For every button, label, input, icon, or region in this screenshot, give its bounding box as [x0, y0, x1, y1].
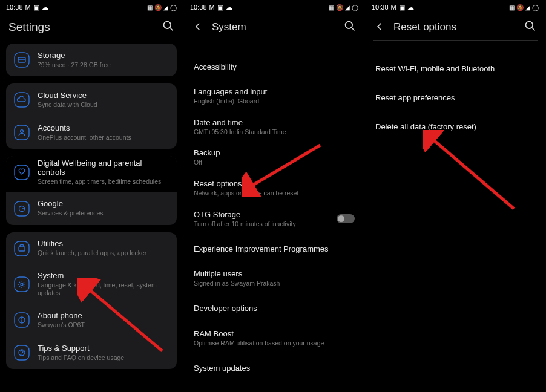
annotation-arrow: [423, 130, 520, 215]
svg-rect-13: [15, 277, 29, 292]
item-title: OTG Storage: [194, 210, 329, 219]
system-item-experience[interactable]: Experience Improvement Programmes: [184, 234, 364, 263]
item-sub: Quick launch, parallel apps, app locker: [38, 249, 169, 258]
system-item-otg-storage[interactable]: OTG StorageTurn off after 10 minutes of …: [184, 204, 364, 235]
system-item-ram-boost[interactable]: RAM BoostOptimise RAM utilisation based …: [184, 323, 364, 354]
system-item-languages[interactable]: Languages and inputEnglish (India), Gboa…: [184, 81, 364, 112]
item-sub: Network, apps or device can be reset: [194, 189, 355, 198]
item-title: Utilities: [38, 239, 169, 248]
system-item-system-updates[interactable]: System updates: [184, 353, 364, 382]
svg-rect-12: [19, 247, 25, 251]
otg-toggle[interactable]: [337, 214, 355, 223]
status-m-icon: M: [25, 4, 31, 11]
item-sub: Signed in as Swayam Prakash: [194, 279, 355, 288]
back-icon[interactable]: [192, 21, 203, 34]
sidebar-item-system[interactable]: SystemLanguage & keyboard, time, reset, …: [6, 265, 177, 304]
status-nfc-icon: ▦: [329, 4, 334, 11]
status-time: 10:38: [6, 4, 23, 11]
sidebar-item-wellbeing[interactable]: Digital Wellbeing and parental controlsS…: [6, 156, 177, 192]
reset-item-wifi-mobile-bt[interactable]: Reset Wi-Fi, mobile and Bluetooth: [366, 54, 545, 83]
search-icon[interactable]: [162, 20, 174, 35]
header: System: [184, 15, 364, 40]
svg-rect-2: [15, 53, 29, 67]
system-item-date-time[interactable]: Date and timeGMT+05:30 India Standard Ti…: [184, 112, 364, 143]
status-time: 10:38: [372, 4, 389, 11]
item-sub: Off: [194, 158, 355, 167]
item-title: System updates: [194, 364, 355, 373]
system-item-accessibility[interactable]: Accessibility: [184, 52, 364, 81]
item-sub: English (India), Gboard: [194, 97, 355, 106]
google-icon: [13, 200, 30, 217]
item-title: About phone: [38, 311, 169, 320]
sidebar-item-cloud-service[interactable]: Cloud ServiceSync data with Cloud: [6, 83, 177, 116]
sidebar-item-utilities[interactable]: UtilitiesQuick launch, parallel apps, ap…: [6, 232, 177, 265]
status-bar: 10:38 M ▣ ☁ ▦ 🔕 ◢ ◯: [0, 0, 183, 15]
svg-point-24: [526, 21, 533, 28]
status-m-icon: M: [209, 4, 215, 11]
sidebar-item-tips-support[interactable]: Tips & SupportTips and FAQ on device usa…: [6, 336, 177, 369]
storage-icon: [13, 51, 30, 68]
status-signal-icon: ◢: [163, 4, 168, 11]
item-title: Digital Wellbeing and parental controls: [38, 158, 169, 177]
sidebar-item-storage[interactable]: Storage79% used · 27.28 GB free: [6, 44, 177, 76]
svg-rect-3: [18, 57, 25, 62]
item-title: Multiple users: [194, 269, 355, 278]
item-title: Storage: [38, 51, 169, 60]
item-title: System: [38, 271, 169, 280]
system-icon: [13, 276, 30, 293]
svg-rect-11: [15, 241, 29, 256]
item-sub: Swayam's OP6T: [38, 321, 169, 330]
status-mute-icon: 🔕: [516, 4, 524, 11]
item-title: Languages and input: [194, 87, 355, 96]
settings-group: Cloud ServiceSync data with Cloud Accoun…: [6, 83, 177, 149]
item-sub: Sync data with Cloud: [38, 101, 169, 109]
item-title: Accounts: [38, 123, 169, 132]
svg-line-25: [532, 27, 535, 30]
status-signal-icon: ◢: [525, 4, 530, 11]
item-title: Cloud Service: [38, 91, 169, 100]
svg-point-0: [164, 21, 171, 28]
page-title: Settings: [8, 21, 162, 34]
svg-rect-8: [15, 165, 29, 180]
system-item-developer-options[interactable]: Developer options: [184, 294, 364, 323]
status-mute-icon: 🔕: [336, 4, 343, 11]
cloud-icon: [13, 91, 30, 108]
utilities-icon: [13, 240, 30, 257]
reset-item-factory-reset[interactable]: Delete all data (factory reset): [366, 112, 545, 141]
item-sub: Turn off after 10 minutes of inactivity: [194, 220, 329, 229]
sidebar-item-google[interactable]: GoogleServices & preferences: [6, 192, 177, 225]
system-item-reset-options[interactable]: Reset optionsNetwork, apps or device can…: [184, 173, 364, 204]
about-phone-icon: [13, 312, 30, 328]
settings-panel: 10:38 M ▣ ☁ ▦ 🔕 ◢ ◯ Settings Storage79% …: [0, 0, 183, 392]
sidebar-item-accounts[interactable]: AccountsOnePlus account, other accounts: [6, 116, 177, 149]
item-title: Reset Wi-Fi, mobile and Bluetooth: [375, 64, 535, 73]
status-cloud-icon: ☁: [407, 4, 414, 11]
item-sub: 79% used · 27.28 GB free: [38, 61, 169, 70]
status-m-icon: M: [391, 4, 396, 11]
page-title: Reset options: [393, 21, 524, 33]
system-item-backup[interactable]: BackupOff: [184, 142, 364, 173]
item-title: Delete all data (factory reset): [375, 122, 535, 131]
search-icon[interactable]: [344, 20, 356, 35]
status-battery-icon: ◯: [352, 4, 358, 11]
item-title: Developer options: [194, 304, 355, 313]
status-battery-icon: ◯: [170, 4, 177, 11]
status-nfc-icon: ▦: [509, 4, 515, 11]
status-nfc-icon: ▦: [147, 4, 153, 11]
back-icon[interactable]: [374, 21, 385, 34]
sidebar-item-about-phone[interactable]: About phoneSwayam's OP6T: [6, 304, 177, 336]
item-title: Reset options: [194, 179, 355, 188]
item-title: Tips & Support: [38, 344, 169, 353]
item-sub: Screen time, app timers, bedtime schedul…: [38, 178, 169, 186]
reset-item-app-preferences[interactable]: Reset app preferences: [366, 83, 545, 112]
search-icon[interactable]: [524, 20, 536, 35]
item-sub: Language & keyboard, time, reset, system…: [38, 281, 169, 298]
item-title: Backup: [194, 148, 355, 157]
system-item-multiple-users[interactable]: Multiple usersSigned in as Swayam Prakas…: [184, 263, 364, 294]
settings-group: UtilitiesQuick launch, parallel apps, ap…: [6, 232, 177, 369]
item-title: Date and time: [194, 118, 355, 127]
settings-group: Storage79% used · 27.28 GB free: [6, 44, 177, 76]
settings-group: Digital Wellbeing and parental controlsS…: [6, 156, 177, 225]
svg-point-17: [21, 318, 22, 319]
svg-line-1: [170, 27, 173, 30]
